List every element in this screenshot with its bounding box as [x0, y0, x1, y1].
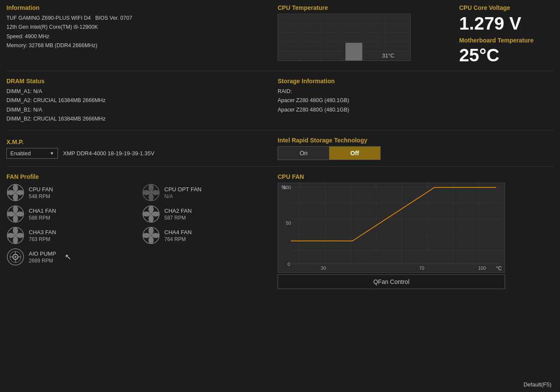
- middle-section: DRAM Status DIMM_A1: N/A DIMM_A2: CRUCIA…: [6, 78, 554, 130]
- cpu-fan-chart: % °C: [278, 183, 505, 273]
- list-item: CPU OPT FAN N/A: [142, 184, 269, 202]
- cpu-temp-block: CPU Temperature: [278, 4, 446, 61]
- svg-point-50: [15, 256, 17, 258]
- xmp-dropdown[interactable]: Enabled ▼: [6, 148, 58, 159]
- fan-rpm-cpu: 548 RPM: [29, 193, 53, 199]
- fan-rpm-cha1: 588 RPM: [29, 215, 56, 221]
- svg-point-43: [148, 227, 154, 235]
- fan-spin-icon-opt: [142, 184, 160, 202]
- svg-point-31: [148, 205, 154, 213]
- list-item: CHA4 FAN 764 RPM: [142, 226, 269, 244]
- dimm-a2-label: DIMM_A2:: [6, 97, 33, 103]
- fan-grid: CPU FAN 548 RPM CPU OPT FA: [6, 184, 269, 244]
- fan-spin-icon: [6, 184, 24, 202]
- fan-spin-icon-cha1: [6, 205, 24, 223]
- dimm-a1-value: N/A: [33, 88, 42, 94]
- dimm-a1-label: DIMM_A1:: [6, 88, 33, 94]
- svg-point-38: [16, 233, 24, 238]
- dimm-b1-label: DIMM_B1:: [6, 107, 33, 113]
- list-item: CHA1 FAN 588 RPM: [6, 205, 133, 223]
- dram-title: DRAM Status: [6, 78, 269, 84]
- storage-title: Storage Information: [278, 78, 554, 84]
- xmp-controls: Enabled ▼ XMP DDR4-4000 18-19-19-39-1.35…: [6, 148, 269, 159]
- svg-text:31°C: 31°C: [382, 52, 394, 59]
- svg-rect-9: [345, 43, 362, 60]
- fan-profile-title: FAN Profile: [6, 173, 269, 180]
- fan-name-cha4: CHA4 FAN: [164, 229, 192, 236]
- cpu-core-voltage-value: 1.279 V: [459, 15, 554, 33]
- svg-point-26: [16, 211, 24, 217]
- svg-point-16: [7, 190, 15, 195]
- cpu-chart-svg: 31°C: [278, 14, 410, 60]
- qfan-control-button[interactable]: QFan Control: [278, 274, 505, 289]
- svg-text:100: 100: [283, 185, 291, 190]
- pump-icon: [6, 248, 24, 266]
- dimm-a2-value: CRUCIAL 16384MB 2666MHz: [33, 97, 106, 103]
- cpu-voltage-block: CPU Core Voltage 1.279 V Motherboard Tem…: [459, 4, 554, 64]
- svg-point-33: [148, 215, 154, 223]
- list-item: CHA2 FAN 587 RPM: [142, 205, 269, 223]
- dimm-a2: DIMM_A2: CRUCIAL 16384MB 2666MHz: [6, 96, 269, 105]
- cpu-stats-section: CPU Temperature: [269, 4, 554, 64]
- fan-name-cha2: CHA2 FAN: [164, 207, 192, 215]
- main-container: Information TUF GAMING Z690-PLUS WIFI D4…: [0, 0, 560, 392]
- fan-name-cha3: CHA3 FAN: [29, 229, 56, 236]
- fan-name-aio: AIO PUMP: [29, 250, 56, 258]
- fan-spin-icon-cha2: [142, 205, 160, 223]
- default-button[interactable]: Default(F5): [524, 381, 551, 388]
- fan-name-cpu: CPU FAN: [29, 186, 53, 193]
- svg-point-46: [142, 233, 150, 238]
- fan-name-cpu-opt: CPU OPT FAN: [164, 186, 201, 193]
- drive-2: Apacer Z280 480G (480.1GB): [278, 106, 554, 115]
- fan-section: FAN Profile CPU FAN 548 RPM: [6, 173, 554, 289]
- model-bios-line: TUF GAMING Z690-PLUS WIFI D4 BIOS Ver. 0…: [6, 14, 269, 23]
- cpu-fan-chart-section: CPU FAN % °C: [269, 173, 554, 289]
- storage-section: Storage Information RAID: Apacer Z280 48…: [269, 78, 554, 124]
- fan-rpm-cha3: 763 RPM: [29, 236, 56, 242]
- irst-title: Intel Rapid Storage Technology: [278, 137, 554, 144]
- xmp-section: X.M.P. Enabled ▼ XMP DDR4-4000 18-19-19-…: [6, 137, 554, 167]
- dimm-a1: DIMM_A1: N/A: [6, 87, 269, 96]
- svg-point-20: [152, 190, 160, 195]
- dimm-b2: DIMM_B2: CRUCIAL 16384MB 2666MHz: [6, 115, 269, 124]
- svg-point-44: [152, 233, 160, 238]
- drive-1: Apacer Z280 480G (480.1GB): [278, 96, 554, 105]
- list-item: CHA3 FAN 763 RPM: [6, 226, 133, 244]
- xmp-dropdown-value: Enabled: [10, 150, 31, 157]
- irst-toggle: On Off: [278, 146, 381, 160]
- xmp-left: X.M.P. Enabled ▼ XMP DDR4-4000 18-19-19-…: [6, 139, 269, 159]
- svg-point-13: [13, 184, 18, 192]
- cpu-fan-chart-container: % °C: [278, 183, 554, 289]
- dimm-b1: DIMM_B1: N/A: [6, 106, 269, 115]
- list-item: CPU FAN 548 RPM: [6, 184, 133, 202]
- irst-off-button[interactable]: Off: [329, 147, 380, 160]
- svg-text:50: 50: [286, 220, 291, 226]
- fan-rpm-cha2: 587 RPM: [164, 215, 192, 221]
- fan-name-cha1: CHA1 FAN: [29, 207, 56, 215]
- xmp-profile-text: XMP DDR4-4000 18-19-19-39-1.35V: [63, 150, 154, 157]
- bios-text: BIOS Ver. 0707: [95, 15, 132, 21]
- svg-rect-55: [278, 183, 505, 272]
- dimm-b1-value: N/A: [33, 107, 42, 113]
- svg-point-27: [13, 215, 18, 223]
- svg-text:30: 30: [321, 265, 326, 271]
- svg-text:°C: °C: [496, 265, 502, 271]
- cursor-indicator: ↖: [65, 252, 71, 262]
- information-section: Information TUF GAMING Z690-PLUS WIFI D4…: [6, 4, 269, 64]
- irst-on-button[interactable]: On: [278, 147, 329, 160]
- svg-point-14: [16, 190, 24, 195]
- svg-point-28: [7, 211, 15, 217]
- svg-point-21: [148, 193, 154, 201]
- dram-section: DRAM Status DIMM_A1: N/A DIMM_A2: CRUCIA…: [6, 78, 269, 124]
- fan-rpm-aio: 2689 RPM: [29, 258, 56, 264]
- svg-point-32: [152, 211, 160, 217]
- model-text: TUF GAMING Z690-PLUS WIFI D4: [6, 15, 91, 21]
- svg-point-15: [13, 193, 18, 201]
- cpu-temp-chart: 31°C: [278, 14, 411, 61]
- dimm-b2-label: DIMM_B2:: [6, 116, 33, 122]
- raid-label: RAID:: [278, 87, 554, 96]
- chevron-down-icon: ▼: [50, 151, 54, 156]
- svg-point-25: [13, 205, 18, 213]
- mb-temp-title: Motherboard Temperature: [459, 37, 554, 44]
- fan-rpm-cha4: 764 RPM: [164, 236, 192, 242]
